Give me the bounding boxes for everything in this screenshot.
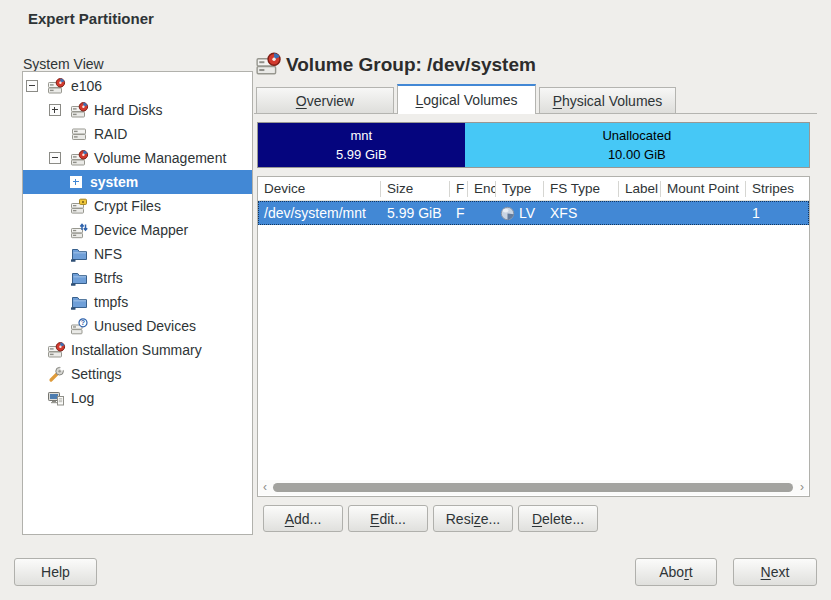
segment-label: Unallocated bbox=[602, 126, 671, 146]
sidebar-item-tmpfs[interactable]: tmpfs bbox=[23, 290, 252, 314]
help-button-label: Help bbox=[41, 564, 70, 580]
cell-stripes: 1 bbox=[746, 205, 809, 221]
sidebar-item-label: tmpfs bbox=[94, 294, 128, 310]
column-header-label[interactable]: Label bbox=[619, 181, 661, 197]
svg-text:?: ? bbox=[80, 319, 84, 326]
edit-button-label: Edit... bbox=[370, 511, 406, 527]
tab-label: Overview bbox=[296, 93, 354, 109]
segment-size: 10.00 GiB bbox=[608, 145, 666, 165]
column-header-stripes[interactable]: Stripes bbox=[746, 181, 809, 197]
sidebar-item-label: Device Mapper bbox=[94, 222, 188, 238]
sidebar-item-settings[interactable]: Settings bbox=[23, 362, 252, 386]
wrench-icon bbox=[46, 365, 66, 383]
sidebar-item-label: Hard Disks bbox=[94, 102, 162, 118]
column-header-type[interactable]: Type bbox=[496, 181, 544, 197]
sidebar-item-label: Installation Summary bbox=[71, 342, 202, 358]
table-row[interactable]: /dev/system/mnt 5.99 GiB F LV XFS 1 bbox=[258, 201, 809, 225]
horizontal-scrollbar[interactable]: ‹ › bbox=[259, 480, 808, 495]
sidebar-item-label: Settings bbox=[71, 366, 122, 382]
hard-disk-red-disc-icon bbox=[46, 341, 66, 359]
sidebar-item-label: Crypt Files bbox=[94, 198, 161, 214]
hard-disk-red-disc-icon bbox=[69, 149, 89, 167]
sidebar-item-raid[interactable]: RAID bbox=[23, 122, 252, 146]
network-folder-icon bbox=[69, 245, 89, 263]
encrypted-disk-icon bbox=[69, 197, 89, 215]
sidebar-item-label: Unused Devices bbox=[94, 318, 196, 334]
abort-button-label: Abort bbox=[659, 564, 692, 580]
tab-overview[interactable]: Overview bbox=[256, 87, 394, 114]
sidebar-item-label: system bbox=[90, 174, 138, 190]
add-button[interactable]: Add... bbox=[263, 505, 343, 532]
sidebar-item-label: Btrfs bbox=[94, 270, 123, 286]
sidebar-item-btrfs[interactable]: Btrfs bbox=[23, 266, 252, 290]
system-view-tree: e106 Hard Disks RAID Volume Management s… bbox=[22, 71, 253, 535]
page-heading: Volume Group: /dev/system bbox=[286, 54, 536, 76]
column-header-fs-type[interactable]: FS Type bbox=[544, 181, 619, 197]
scrollbar-thumb[interactable] bbox=[273, 483, 793, 492]
tab-logical-volumes[interactable]: Logical Volumes bbox=[397, 84, 536, 114]
sidebar-item-label: Log bbox=[71, 390, 94, 406]
cell-f: F bbox=[450, 205, 468, 221]
system-view-label: System View bbox=[23, 56, 104, 72]
tab-label: Logical Volumes bbox=[416, 92, 518, 108]
sidebar-item-hard-disks[interactable]: Hard Disks bbox=[23, 98, 252, 122]
hard-disk-red-disc-icon bbox=[69, 101, 89, 119]
sidebar-item-label: Volume Management bbox=[94, 150, 226, 166]
sidebar-item-unused-devices[interactable]: ? Unused Devices bbox=[23, 314, 252, 338]
hard-disk-icon bbox=[69, 125, 89, 143]
next-button[interactable]: Next bbox=[733, 558, 817, 586]
expand-expander-icon[interactable] bbox=[49, 104, 61, 116]
sidebar-item-installation-summary[interactable]: Installation Summary bbox=[23, 338, 252, 362]
sidebar-item-volume-management[interactable]: Volume Management bbox=[23, 146, 252, 170]
column-header-device[interactable]: Device bbox=[258, 181, 381, 197]
sidebar-item-label: NFS bbox=[94, 246, 122, 262]
cell-type-text: LV bbox=[519, 205, 535, 221]
sidebar-item-crypt-files[interactable]: Crypt Files bbox=[23, 194, 252, 218]
sidebar-item-device-mapper[interactable]: Device Mapper bbox=[23, 218, 252, 242]
scrollbar-track[interactable] bbox=[271, 480, 796, 495]
sidebar-item-label: e106 bbox=[71, 78, 102, 94]
logical-volumes-table: Device Size F Enc Type FS Type Label Mou… bbox=[257, 176, 810, 497]
lv-icon bbox=[500, 206, 515, 221]
column-header-size[interactable]: Size bbox=[381, 181, 450, 197]
column-header-mount-point[interactable]: Mount Point bbox=[661, 181, 746, 197]
tab-label: Physical Volumes bbox=[553, 93, 663, 109]
next-button-label: Next bbox=[761, 564, 790, 580]
device-mapper-icon bbox=[69, 221, 89, 239]
network-folder-icon bbox=[69, 269, 89, 287]
collapse-expander-icon[interactable] bbox=[26, 80, 38, 92]
volume-usage-bar: mnt 5.99 GiB Unallocated 10.00 GiB bbox=[257, 122, 810, 168]
cell-type: LV bbox=[496, 205, 544, 221]
hard-disk-red-disc-icon bbox=[46, 77, 66, 95]
help-button[interactable]: Help bbox=[14, 558, 97, 586]
resize-button-label: Resize... bbox=[446, 511, 500, 527]
cell-fs-type: XFS bbox=[544, 205, 619, 221]
resize-button[interactable]: Resize... bbox=[433, 505, 513, 532]
sidebar-item-system[interactable]: system bbox=[23, 170, 252, 194]
segment-label: mnt bbox=[350, 126, 372, 146]
sidebar-item-nfs[interactable]: NFS bbox=[23, 242, 252, 266]
scroll-left-icon[interactable]: ‹ bbox=[259, 480, 271, 495]
table-header: Device Size F Enc Type FS Type Label Mou… bbox=[258, 177, 809, 201]
sidebar-item-label: RAID bbox=[94, 126, 127, 142]
add-button-label: Add... bbox=[285, 511, 322, 527]
unused-devices-question-icon: ? bbox=[69, 317, 89, 335]
tab-physical-volumes[interactable]: Physical Volumes bbox=[539, 87, 676, 114]
log-monitor-icon bbox=[46, 389, 66, 407]
sidebar-item-e106[interactable]: e106 bbox=[23, 74, 252, 98]
expand-expander-icon[interactable] bbox=[70, 176, 82, 188]
collapse-expander-icon[interactable] bbox=[49, 152, 61, 164]
page-title: Expert Partitioner bbox=[28, 10, 154, 27]
column-header-f[interactable]: F bbox=[450, 181, 468, 197]
sidebar-item-log[interactable]: Log bbox=[23, 386, 252, 410]
delete-button[interactable]: Delete... bbox=[518, 505, 598, 532]
edit-button[interactable]: Edit... bbox=[348, 505, 428, 532]
cell-size: 5.99 GiB bbox=[381, 205, 450, 221]
scroll-right-icon[interactable]: › bbox=[796, 480, 808, 495]
network-folder-icon bbox=[69, 293, 89, 311]
abort-button[interactable]: Abort bbox=[635, 558, 717, 586]
usage-segment-mnt: mnt 5.99 GiB bbox=[258, 123, 465, 167]
cell-device: /dev/system/mnt bbox=[258, 205, 381, 221]
column-header-enc[interactable]: Enc bbox=[468, 181, 496, 197]
segment-size: 5.99 GiB bbox=[336, 145, 387, 165]
